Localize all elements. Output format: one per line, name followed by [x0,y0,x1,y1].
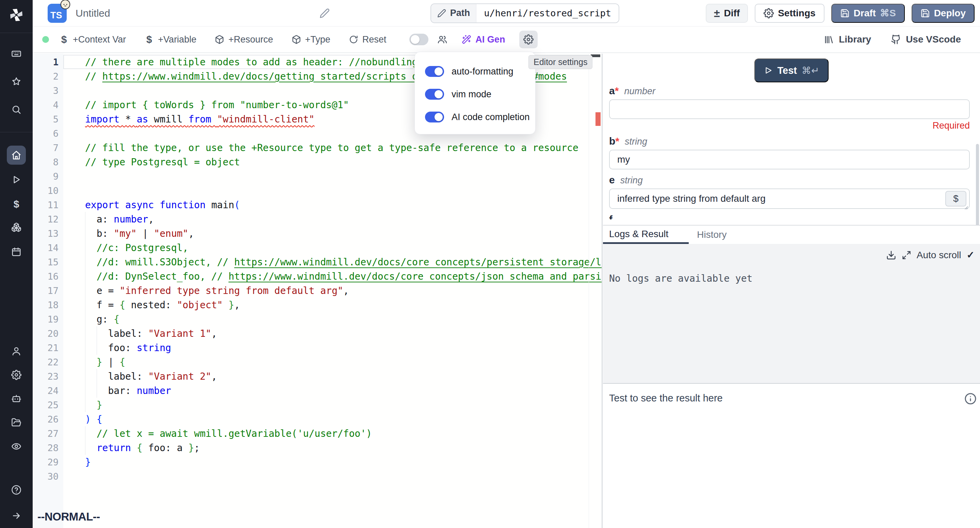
library-button[interactable]: Library [824,34,871,45]
sidebar-item-arrow-right[interactable] [11,506,21,525]
code-line[interactable]: 10 [33,183,601,198]
sidebar-item-boxes[interactable] [11,218,21,237]
line-number: 12 [33,214,63,224]
diff-mode-toggle[interactable] [409,34,428,45]
windmill-logo[interactable] [8,7,24,23]
info-icon[interactable] [964,393,977,405]
tab-history[interactable]: History [689,226,735,244]
code-line[interactable]: 29} [33,455,601,469]
panel-splitter[interactable] [601,54,603,528]
resize-handle-icon[interactable] [962,201,969,208]
code-line[interactable]: 21 foo: string [33,340,601,355]
topbar-actions: ± Diff Settings Draft ⌘S Deploy [706,4,975,23]
toolbar-button-resource[interactable]: +Resource [215,34,273,45]
code-line[interactable]: 13 b: "my" | "enum", [33,226,601,240]
code-line[interactable]: 26) { [33,412,601,426]
auto-scroll-label[interactable]: Auto scroll [917,250,961,261]
sidebar-item-dollar[interactable]: $ [11,195,21,214]
toolbar-button-variable[interactable]: $+Variable [144,34,196,45]
arg-name: b [609,135,615,147]
code-line[interactable]: 11export async function main( [33,198,601,212]
code-text: e = "inferred type string from default a… [63,285,349,296]
check-icon[interactable]: ✓ [967,250,975,261]
menu-item-label: auto-formatting [452,66,514,77]
keyboard-icon [11,49,21,59]
toggle-knob [434,67,443,76]
code-line[interactable]: 20 label: "Variant 1", [33,326,601,340]
toggle-switch[interactable] [425,66,444,77]
test-button[interactable]: Test ⌘↵ [754,59,829,82]
ai-gen-button[interactable]: AI Gen [462,34,505,45]
code-line[interactable]: 14 //c: Postgresql, [33,240,601,255]
path-field[interactable]: Path u/henri/restored_script [430,3,619,23]
draft-button[interactable]: Draft ⌘S [831,4,905,23]
users-icon[interactable] [437,34,447,45]
code-text: label: "Variant 1", [63,328,217,339]
code-line[interactable]: 22 } | { [33,355,601,369]
sidebar-item-help[interactable] [11,480,21,499]
code-line[interactable]: 7// fill the type, or use the +Resource … [33,140,601,155]
sidebar-item-search[interactable] [11,100,21,119]
sidebar-item-bot[interactable] [11,389,21,408]
sidebar-item-user[interactable] [11,342,21,361]
code-line[interactable]: 25 } [33,398,601,412]
code-text: label: "Variant 2", [63,371,217,382]
code-line[interactable]: 8// type Postgresql = object [33,155,601,169]
use-vscode-button[interactable]: Use VScode [891,34,961,45]
code-line[interactable]: 28 return { foo: a }; [33,441,601,455]
settings-button[interactable]: Settings [755,4,824,23]
code-line[interactable]: 27 // let x = await wmill.getVariable('u… [33,426,601,441]
logs-empty-message: No logs are available yet [609,273,975,284]
arg-b-input[interactable]: my [609,150,970,169]
sidebar-item-folder[interactable] [11,413,21,432]
menu-item-vim-mode[interactable]: vim mode [415,86,535,103]
logs-controls: Auto scroll ✓ [609,250,975,261]
code-line[interactable]: 30 [33,469,601,483]
toolbar-button-reset[interactable]: Reset [349,34,387,45]
dollar-icon: $ [59,35,69,44]
expand-icon[interactable] [902,250,911,260]
code-line[interactable]: 23 label: "Variant 2", [33,369,601,383]
download-icon[interactable] [886,250,896,260]
code-line[interactable]: 12 a: number, [33,212,601,226]
editor-settings-menu: auto-formattingvim modeAI code completio… [414,52,536,134]
code-line[interactable]: 17 e = "inferred type string from defaul… [33,283,601,298]
sidebar-item-eye[interactable] [11,437,21,456]
arg-a-input[interactable] [609,99,970,119]
code-line[interactable]: 16 //d: DynSelect_foo, // https://www.wi… [33,269,601,283]
indent-guide [97,326,97,355]
code-text: // let x = await wmill.getVariable('u/us… [63,428,372,439]
sidebar-item-keyboard[interactable] [11,44,21,63]
code-line[interactable]: 15 //d: wmill.S3Object, // https://www.w… [33,255,601,269]
code-line[interactable]: 9 [33,169,601,183]
tab-logs-result[interactable]: Logs & Result [603,226,689,244]
sidebar-item-play[interactable] [11,170,21,189]
code-text: // import { toWords } from "number-to-wo… [63,99,349,111]
menu-item-auto-formatting[interactable]: auto-formatting [415,63,535,80]
sidebar-item-star[interactable] [11,72,21,91]
menu-item-label: vim mode [452,89,492,100]
deploy-button-label: Deploy [934,8,966,19]
code-line[interactable]: 18 f = { nested: "object" }, [33,298,601,312]
overview-ruler-error-mark [595,112,601,126]
arg-e-input[interactable]: inferred type string from default arg$ [609,188,970,209]
sidebar-item-home[interactable] [7,146,26,165]
dollar-icon: $ [11,199,21,209]
toolbar-buttons: $+Context Var$+Variable+Resource+TypeRes… [59,34,404,45]
toolbar-button-contextvar[interactable]: $+Context Var [59,34,126,45]
indent-guide [85,212,86,412]
sidebar-item-gear[interactable] [11,366,21,385]
toggle-switch[interactable] [425,89,444,100]
code-line[interactable]: 19 g: { [33,312,601,326]
sidebar-item-calendar[interactable] [11,242,21,261]
edit-summary-pencil-icon[interactable] [320,8,330,18]
deploy-button[interactable]: Deploy [912,4,975,23]
menu-item-ai-code-completion[interactable]: AI code completion [415,108,535,126]
line-number: 6 [33,128,63,139]
editor-settings-button[interactable] [519,30,538,48]
tab-history-label: History [697,229,727,240]
toggle-switch[interactable] [425,111,444,122]
code-line[interactable]: 24 bar: number [33,383,601,398]
diff-button[interactable]: ± Diff [706,4,748,23]
toolbar-button-type[interactable]: +Type [292,34,331,45]
